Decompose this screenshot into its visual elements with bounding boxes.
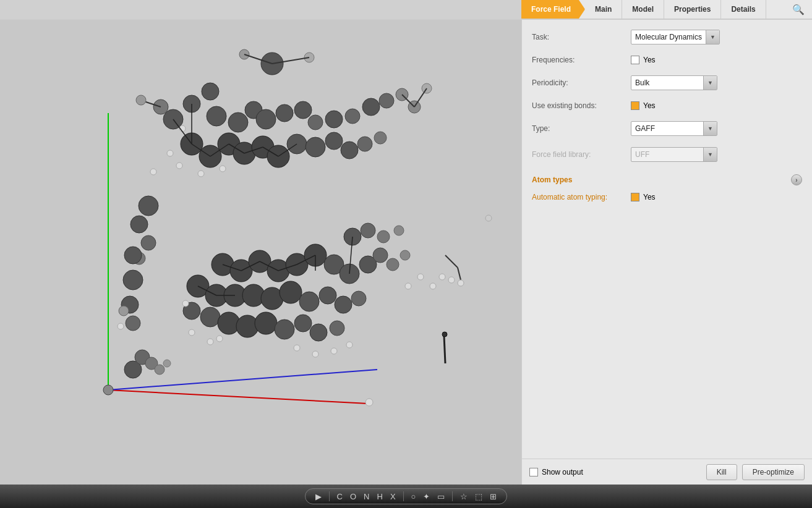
automatic-atom-typing-checkbox[interactable] — [631, 193, 639, 201]
tab-main[interactable]: Main — [585, 0, 622, 19]
toolbar-square-icon[interactable]: ▭ — [437, 492, 445, 501]
svg-point-76 — [280, 281, 302, 303]
right-tab-bar: Force Field Main Model Properties Detail… — [521, 0, 812, 19]
task-label: Task: — [532, 33, 631, 41]
svg-point-21 — [325, 111, 343, 128]
type-control: GAFF ▼ — [631, 121, 802, 136]
toolbar-sep-2 — [403, 491, 404, 501]
type-dropdown[interactable]: GAFF ▼ — [631, 121, 717, 136]
svg-point-43 — [198, 171, 204, 177]
automatic-atom-typing-yes-label: Yes — [643, 193, 656, 201]
svg-point-85 — [255, 312, 277, 334]
use-existing-bonds-checkbox[interactable] — [631, 101, 639, 110]
svg-point-104 — [430, 283, 436, 289]
force-field-library-dropdown[interactable]: UFF ▼ — [631, 147, 717, 162]
task-dropdown-value: Molecular Dynamics — [631, 33, 706, 41]
svg-point-68 — [373, 248, 388, 263]
toolbar-sep-3 — [452, 491, 453, 501]
toolbar-star-icon[interactable]: ☆ — [460, 492, 468, 501]
panel-footer: Show output Kill Pre-optimize — [522, 459, 812, 485]
svg-point-87 — [294, 315, 312, 332]
type-dropdown-value: GAFF — [631, 124, 703, 133]
svg-point-82 — [200, 307, 220, 327]
periodicity-control: Bulk ▼ — [631, 75, 802, 90]
task-dropdown[interactable]: Molecular Dynamics ▼ — [631, 30, 720, 44]
periodicity-label: Periodicity: — [532, 78, 631, 87]
svg-point-4 — [103, 385, 113, 395]
atom-types-arrow[interactable]: › — [791, 174, 802, 185]
svg-point-107 — [124, 247, 142, 264]
svg-point-56 — [141, 235, 156, 250]
svg-point-35 — [306, 137, 325, 157]
automatic-atom-typing-row: Automatic atom typing: Yes — [532, 193, 802, 201]
toolbar-x-icon[interactable]: X — [390, 492, 396, 501]
svg-point-118 — [365, 399, 373, 406]
svg-point-58 — [485, 215, 492, 221]
search-icon[interactable]: 🔍 — [785, 4, 812, 15]
task-dropdown-btn[interactable]: ▼ — [706, 30, 719, 44]
svg-point-13 — [136, 95, 146, 105]
task-control: Molecular Dynamics ▼ — [631, 30, 802, 44]
svg-point-24 — [379, 93, 394, 108]
toolbar-n-icon[interactable]: N — [364, 492, 369, 501]
svg-point-120 — [442, 332, 447, 337]
periodicity-dropdown[interactable]: Bulk ▼ — [631, 75, 717, 90]
tab-force-field[interactable]: Force Field — [521, 0, 585, 19]
pre-optimize-button[interactable]: Pre-optimize — [742, 464, 805, 480]
tab-properties[interactable]: Properties — [664, 0, 721, 19]
automatic-atom-typing-control: Yes — [631, 193, 802, 201]
svg-point-70 — [400, 250, 410, 260]
task-row: Task: Molecular Dynamics ▼ — [532, 30, 802, 44]
molecule-area — [0, 20, 521, 485]
kill-button[interactable]: Kill — [706, 464, 737, 480]
toolbar-pill: ▶ C O N H X ○ ✦ ▭ ☆ ⬚ ⊞ — [305, 488, 508, 504]
main-content: › › › › Task: Molecular Dynamics ▼ — [0, 20, 812, 485]
viewport-3d[interactable] — [0, 20, 521, 485]
show-output-checkbox[interactable] — [529, 468, 538, 476]
svg-point-101 — [346, 342, 353, 348]
automatic-atom-typing-label: Automatic atom typing: — [532, 193, 631, 201]
frequencies-yes-label: Yes — [643, 56, 656, 64]
atom-types-label: Atom types — [532, 176, 572, 184]
force-field-library-dropdown-btn[interactable]: ▼ — [703, 148, 717, 161]
toolbar-grid-icon[interactable]: ⊞ — [490, 492, 497, 501]
show-output-label: Show output — [542, 468, 583, 476]
toolbar-frame-icon[interactable]: ⬚ — [475, 492, 482, 501]
force-field-library-control: UFF ▼ — [631, 147, 802, 162]
svg-point-55 — [130, 216, 148, 233]
viewport-tab-area — [0, 0, 521, 19]
toolbar-gear-icon[interactable]: ✦ — [423, 492, 430, 501]
frequencies-row: Frequencies: Yes — [532, 56, 802, 64]
svg-point-15 — [228, 112, 248, 132]
toolbar-sep-1 — [329, 491, 330, 501]
tab-details[interactable]: Details — [721, 0, 766, 19]
svg-point-108 — [123, 270, 143, 290]
tab-model[interactable]: Model — [622, 0, 664, 19]
use-existing-bonds-checkbox-area: Yes — [631, 101, 656, 110]
use-existing-bonds-row: Use existing bonds: Yes — [532, 101, 802, 110]
atom-types-header: Atom types › — [532, 174, 802, 185]
svg-point-80 — [351, 291, 366, 306]
svg-point-78 — [319, 287, 336, 304]
toolbar-circle-icon[interactable]: ○ — [411, 492, 416, 501]
panel-content: Task: Molecular Dynamics ▼ Frequencies: — [522, 20, 812, 459]
svg-point-110 — [126, 316, 140, 331]
frequencies-checkbox[interactable] — [631, 56, 639, 64]
svg-point-91 — [361, 223, 375, 238]
frequencies-checkbox-area: Yes — [631, 56, 656, 64]
toolbar-o-icon[interactable]: O — [350, 492, 356, 501]
automatic-atom-typing-check-mark — [631, 193, 639, 201]
svg-point-14 — [207, 106, 226, 126]
show-output-area: Show output — [529, 468, 701, 476]
periodicity-row: Periodicity: Bulk ▼ — [532, 75, 802, 90]
toolbar-play-icon[interactable]: ▶ — [315, 492, 322, 501]
svg-point-106 — [448, 277, 455, 283]
type-dropdown-btn[interactable]: ▼ — [703, 122, 717, 135]
svg-point-97 — [216, 336, 223, 342]
periodicity-dropdown-btn[interactable]: ▼ — [703, 76, 717, 90]
svg-point-37 — [341, 142, 358, 159]
svg-point-105 — [439, 274, 445, 280]
toolbar-h-icon[interactable]: H — [377, 492, 382, 501]
type-row: Type: GAFF ▼ — [532, 121, 802, 136]
toolbar-c-icon[interactable]: C — [337, 492, 343, 501]
